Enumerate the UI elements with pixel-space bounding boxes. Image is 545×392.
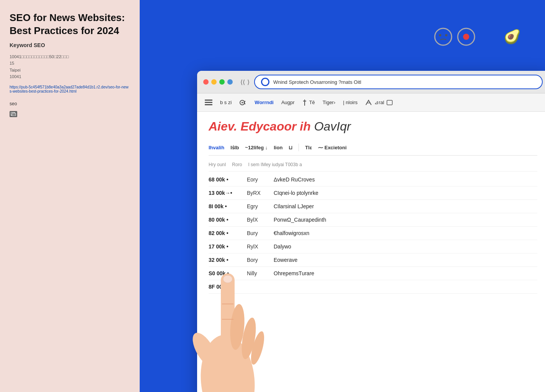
heading-part1: Aiev. xyxy=(209,119,241,133)
browser-toolbar: b s zi Worrndi Augpr Tē Tiger› | nloirs xyxy=(197,93,545,112)
th-12lifeg[interactable]: ~12lifeg ↓ xyxy=(245,145,268,150)
sidebar-title: SEO for News Websites: Best Practices fo… xyxy=(10,11,130,38)
tl-yellow[interactable] xyxy=(211,79,217,85)
heading-in: ih xyxy=(296,119,310,133)
toolbar-item-worm[interactable]: Worrndi xyxy=(255,100,274,105)
page-heading: Aiev. Edycaoor ih OavIqr xyxy=(209,119,537,134)
svg-rect-9 xyxy=(205,104,212,105)
tl-red[interactable] xyxy=(203,79,209,85)
toolbar-item-1[interactable]: b s zi xyxy=(220,100,232,105)
sub-heading-row: Hry ounI Roro I sem IMey iudyai T003b a xyxy=(209,159,537,172)
table-row: 8I 00k • Egry CIlarsinal LJeper xyxy=(209,200,537,213)
icon-avocado: 🥑 xyxy=(502,27,522,47)
tl-green[interactable] xyxy=(219,79,225,85)
svg-point-4 xyxy=(445,34,447,36)
row-metric: RylX xyxy=(247,243,274,250)
meta-line1: 10041□□□□□□□□□□□50□22□□□ xyxy=(10,54,69,59)
svg-point-6 xyxy=(463,34,469,40)
sidebar-meta: 10041□□□□□□□□□□□50□22□□□ 15 Taipei 10041 xyxy=(10,54,130,80)
meta-line2: 15 xyxy=(10,61,14,65)
table-row: 8F 00k • xyxy=(209,280,537,294)
th-box[interactable]: ⊔ xyxy=(289,145,292,150)
row-volume: 17 00k • xyxy=(209,243,247,250)
tl-blue[interactable] xyxy=(227,79,233,85)
data-table-header: Ihvalih Iṡlb ~12lifeg ↓ lion ⊔ Tlε ⁓ Exc… xyxy=(209,140,537,156)
browser-content[interactable]: Aiev. Edycaoor ih OavIqr Ihvalih Iṡlb ~1… xyxy=(197,112,545,392)
row-volume: 13 00k→• xyxy=(209,190,247,196)
sidebar-url[interactable]: https://pub-5c454f571b8e40a3a2aad27ade84… xyxy=(10,85,130,93)
row-metric: Egry xyxy=(247,203,274,209)
row-metric: Bury xyxy=(247,230,274,236)
row-volume: 8F 00k • xyxy=(209,284,247,290)
row-volume: 32 00k • xyxy=(209,257,247,263)
row-metric: Nilly xyxy=(247,270,274,276)
th-tlk[interactable]: Tlε xyxy=(305,145,312,150)
toolbar-item-tiger[interactable]: Tiger› xyxy=(323,100,335,105)
table-row: 13 00k→• ByRX CIqnei-lo ptolynrke xyxy=(209,186,537,200)
table-row: 68 00k • Eory ΔvkeD RuCroves xyxy=(209,173,537,186)
row-metric: Eory xyxy=(247,176,274,183)
row-name: Dalywo xyxy=(274,243,537,250)
sub-col-3: I sem IMey iudyai T003b a xyxy=(248,162,537,167)
toolbar-item-augpr[interactable]: Augpr xyxy=(281,100,295,105)
th-lion[interactable]: lion xyxy=(274,145,282,150)
row-metric: ByRX xyxy=(247,190,274,196)
table-row: S0 00k • Nilly OhrepemsTurare xyxy=(209,267,537,280)
table-row: 17 00k • RylX Dalywo xyxy=(209,240,537,253)
row-volume: 82 00k • xyxy=(209,230,247,236)
svg-rect-8 xyxy=(205,102,212,103)
table-row: 82 00k • Bury €halfowigrosxn xyxy=(209,227,537,240)
th-ihvalih[interactable]: Ihvalih xyxy=(209,145,224,150)
browser-chrome: ⟨⟨ ⟩ Wnind Sprotech Ovsarroning ?rnats O… xyxy=(197,71,545,93)
row-name: CIlarsinal LJeper xyxy=(274,203,537,209)
row-name: OhrepemsTurare xyxy=(274,270,537,276)
toolbar-item-aral[interactable]: ⊿ral xyxy=(365,100,392,106)
th-excietoni[interactable]: ⁓ Excietoni xyxy=(318,145,346,150)
address-bar[interactable]: Wnind Sprotech Ovsarroning ?rnats Oitl xyxy=(254,75,543,89)
icon-red-dot xyxy=(456,27,476,47)
row-volume: 68 00k • xyxy=(209,176,247,183)
nav-back-button[interactable]: ⟨⟨ xyxy=(240,78,245,86)
sidebar-copy-icon[interactable] xyxy=(10,111,17,117)
row-metric: Bory xyxy=(247,257,274,263)
toolbar-item-0[interactable] xyxy=(205,100,212,106)
row-metric: BylX xyxy=(247,217,274,223)
nav-forward-button[interactable]: ⟩ xyxy=(247,78,250,86)
svg-rect-7 xyxy=(205,100,212,101)
header-divider xyxy=(299,144,299,151)
toolbar-item-2[interactable] xyxy=(239,100,247,106)
traffic-lights xyxy=(203,79,233,85)
meta-line3: Taipei xyxy=(10,68,21,72)
row-name: ΔvkeD RuCroves xyxy=(274,176,537,183)
th-islb[interactable]: Iṡlb xyxy=(230,145,239,150)
svg-point-11 xyxy=(241,102,243,103)
heading-accent: Edycaoor xyxy=(241,119,297,133)
svg-rect-15 xyxy=(387,100,392,105)
row-volume: S0 00k • xyxy=(209,270,247,276)
row-name: Eowerave xyxy=(274,257,537,263)
svg-rect-1 xyxy=(12,113,16,116)
sub-col-2: Roro xyxy=(232,162,242,167)
toolbar-item-nloirs[interactable]: | nloirs xyxy=(343,100,357,105)
row-name: €halfowigrosxn xyxy=(274,230,537,236)
sidebar-tag: seo xyxy=(10,101,130,106)
browser-window: ⟨⟨ ⟩ Wnind Sprotech Ovsarroning ?rnats O… xyxy=(197,71,545,392)
row-name: PonwΩ_Caurapedinth xyxy=(274,217,537,223)
toolbar-item-ta[interactable]: Tē xyxy=(302,100,315,106)
meta-line4: 10041 xyxy=(10,74,21,79)
table-row: 80 00k • BylX PonwΩ_Caurapedinth xyxy=(209,213,537,227)
nav-buttons: ⟨⟨ ⟩ xyxy=(240,78,250,86)
row-volume: 8I 00k • xyxy=(209,203,247,209)
table-row: 32 00k • Bory Eowerave xyxy=(209,253,537,267)
sub-col-1: Hry ounI xyxy=(209,162,226,167)
icon-heart xyxy=(479,27,499,47)
right-area: 🥑 ⟨⟨ ⟩ Wnind Sprotech Ovsarroning ?rnats… xyxy=(140,0,545,392)
svg-point-3 xyxy=(439,34,441,36)
heading-part3: OavIqr xyxy=(314,119,351,133)
sidebar-subtitle: Keyword SEO xyxy=(10,42,130,48)
row-name: CIqnei-lo ptolynrke xyxy=(274,190,537,196)
row-volume: 80 00k • xyxy=(209,217,247,223)
top-icons: 🥑 xyxy=(433,27,522,47)
address-circle-icon xyxy=(261,78,269,86)
address-text: Wnind Sprotech Ovsarroning ?rnats Oitl xyxy=(273,79,536,85)
